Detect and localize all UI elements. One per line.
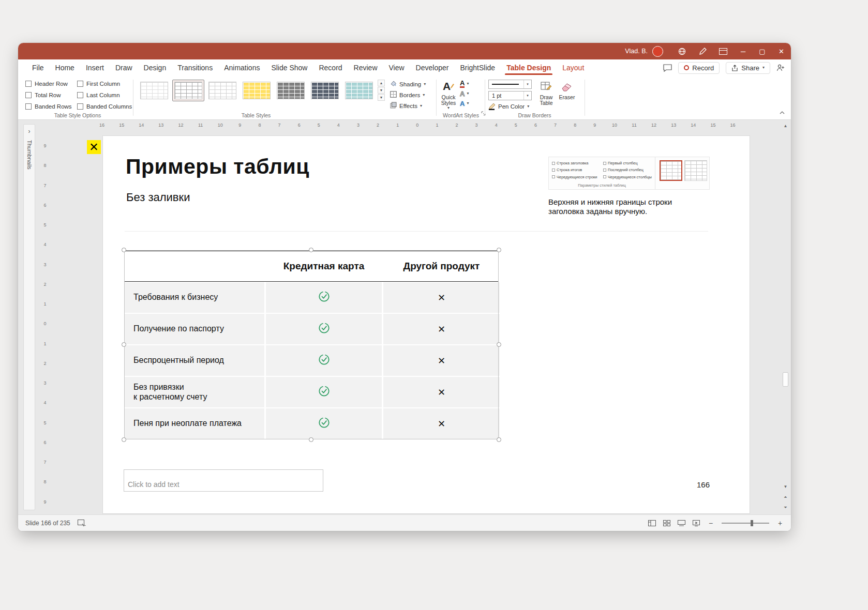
table-row-label[interactable]: Пеня при неоплате платежа: [125, 408, 264, 439]
slide-canvas[interactable]: Примеры таблиц Без заливки Строка заголо…: [103, 136, 750, 513]
effects-button[interactable]: Effects▾: [390, 101, 426, 110]
menu-tab-brightslide[interactable]: BrightSlide: [454, 59, 501, 76]
minimize-button[interactable]: ─: [734, 43, 753, 59]
selection-handle[interactable]: [122, 248, 126, 252]
table-style-swatch-style-light-3[interactable]: [206, 80, 238, 101]
slide-note-text[interactable]: Верхняя и нижняя границы строки заголовк…: [548, 197, 709, 216]
selection-handle[interactable]: [497, 342, 501, 347]
table-header-cell[interactable]: Другой продукт: [383, 251, 500, 281]
scrollbar-thumb[interactable]: [783, 372, 788, 387]
draw-table-button[interactable]: Draw Table: [537, 79, 556, 113]
eraser-button[interactable]: Eraser: [558, 79, 576, 113]
selection-handle[interactable]: [122, 437, 126, 442]
table-row-label[interactable]: Без привязки к расчетному счету: [125, 377, 264, 407]
text-effects-button[interactable]: A ▾: [460, 99, 469, 108]
gallery-up-button[interactable]: ▲: [378, 80, 385, 86]
menu-tab-home[interactable]: Home: [50, 59, 80, 76]
text-placeholder[interactable]: Click to add text: [124, 469, 323, 492]
table-cell-credit-card[interactable]: [266, 408, 382, 439]
normal-view-button[interactable]: [648, 520, 656, 526]
gallery-down-button[interactable]: ▼: [378, 87, 385, 94]
zoom-out-button[interactable]: −: [707, 519, 714, 527]
next-slide-button[interactable]: ⏷: [782, 504, 789, 511]
selection-handle[interactable]: [497, 437, 501, 442]
menu-tab-record[interactable]: Record: [313, 59, 348, 76]
company-logo[interactable]: ✕: [87, 140, 101, 154]
table-row-label[interactable]: Получение по паспорту: [125, 314, 264, 344]
shading-button[interactable]: Shading▾: [390, 80, 426, 88]
user-avatar[interactable]: [652, 46, 663, 57]
table-cell-credit-card[interactable]: [266, 314, 382, 344]
menu-tab-slide-show[interactable]: Slide Show: [265, 59, 313, 76]
menu-tab-developer[interactable]: Developer: [410, 59, 455, 76]
pen-style-combobox[interactable]: ▾: [488, 80, 532, 89]
scroll-up-button[interactable]: ▲: [782, 122, 789, 130]
checkbox-banded-columns[interactable]: Banded Columns: [77, 102, 129, 111]
style-options-screenshot[interactable]: Строка заголовкаСтрока итоговЧередующиес…: [548, 157, 710, 190]
table-style-swatch-style-teal[interactable]: [343, 80, 375, 101]
text-outline-button[interactable]: A ▾: [460, 89, 469, 98]
table-row-label[interactable]: Беспроцентный период: [125, 345, 264, 376]
zoom-slider[interactable]: [722, 523, 769, 524]
pen-icon[interactable]: [692, 43, 713, 59]
table-cell-credit-card[interactable]: [266, 282, 382, 313]
table-header-cell-empty[interactable]: [125, 251, 264, 281]
table-cell-credit-card[interactable]: [266, 377, 382, 407]
thumbnails-pane-collapsed[interactable]: › Thumbnails: [23, 124, 35, 510]
table-style-swatch-style-yellow[interactable]: [241, 80, 273, 101]
slide-subtitle[interactable]: Без заливки: [126, 191, 190, 204]
table-cell-other-product[interactable]: ✕: [383, 377, 500, 407]
accessibility-check-icon[interactable]: [78, 520, 86, 526]
menu-tab-review[interactable]: Review: [348, 59, 383, 76]
gallery-more-button[interactable]: ▼: [378, 94, 385, 101]
menu-tab-layout[interactable]: Layout: [557, 59, 590, 76]
menu-tab-animations[interactable]: Animations: [218, 59, 265, 76]
selection-handle[interactable]: [497, 248, 501, 252]
table-style-swatch-style-dark-slate[interactable]: [309, 80, 341, 101]
close-button[interactable]: ✕: [772, 43, 791, 59]
checkbox-banded-rows[interactable]: Banded Rows: [25, 102, 77, 111]
menu-tab-design[interactable]: Design: [138, 59, 172, 76]
slide-title[interactable]: Примеры таблиц: [126, 155, 309, 179]
table-cell-other-product[interactable]: ✕: [383, 282, 500, 313]
presence-icon[interactable]: [776, 64, 785, 71]
table-cell-other-product[interactable]: ✕: [383, 408, 500, 439]
text-fill-button[interactable]: A ▾: [460, 80, 469, 88]
comments-icon[interactable]: [663, 64, 672, 72]
table-cell-other-product[interactable]: ✕: [383, 314, 500, 344]
borders-button[interactable]: Borders▾: [390, 90, 426, 99]
slide-page-number[interactable]: 166: [697, 480, 710, 489]
table-header-cell[interactable]: Кредитная карта: [266, 251, 382, 281]
menu-tab-insert[interactable]: Insert: [80, 59, 110, 76]
slideshow-view-button[interactable]: [693, 520, 700, 526]
previous-slide-button[interactable]: ⏶: [782, 493, 789, 501]
table-cell-credit-card[interactable]: [266, 345, 382, 376]
table-style-swatch-style-light-2[interactable]: [172, 80, 204, 101]
pen-weight-combobox[interactable]: 1 pt ▾: [488, 91, 532, 100]
vertical-scrollbar[interactable]: ▲ ▼ ⏶ ⏷: [782, 120, 789, 514]
checkbox-total-row[interactable]: Total Row: [25, 91, 77, 100]
menu-tab-table-design[interactable]: Table Design: [501, 59, 557, 76]
record-button[interactable]: Record: [678, 62, 720, 74]
quick-styles-button[interactable]: A Quick Styles ▾: [439, 79, 458, 113]
table-row-label[interactable]: Требования к бизнесу: [125, 282, 264, 313]
menu-tab-draw[interactable]: Draw: [110, 59, 138, 76]
selection-handle[interactable]: [309, 248, 313, 252]
menu-tab-view[interactable]: View: [383, 59, 410, 76]
maximize-button[interactable]: ▢: [753, 43, 772, 59]
table-style-swatch-style-light-1[interactable]: [138, 80, 170, 101]
table-style-swatch-style-gray[interactable]: [275, 80, 307, 101]
checkbox-header-row[interactable]: Header Row: [25, 80, 77, 88]
designer-icon[interactable]: [671, 43, 692, 59]
checkbox-last-column[interactable]: Last Column: [77, 91, 129, 100]
zoom-in-button[interactable]: +: [776, 519, 784, 527]
menu-tab-transitions[interactable]: Transitions: [172, 59, 218, 76]
collapse-ribbon-button[interactable]: [777, 109, 787, 116]
slide-sorter-view-button[interactable]: [663, 520, 670, 526]
table-cell-other-product[interactable]: ✕: [383, 345, 500, 376]
ribbon-layout-icon[interactable]: [713, 43, 734, 59]
selection-handle[interactable]: [122, 342, 126, 347]
scroll-down-button[interactable]: ▼: [782, 483, 789, 491]
menu-tab-file[interactable]: File: [26, 59, 50, 76]
pen-color-button[interactable]: Pen Color ▾: [488, 103, 529, 110]
